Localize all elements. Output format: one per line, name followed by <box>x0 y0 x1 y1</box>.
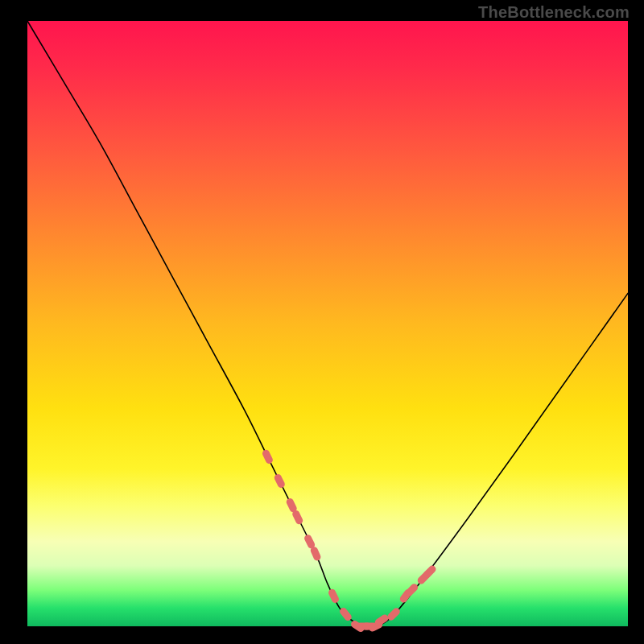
highlight-dots-group <box>261 448 437 633</box>
highlight-dot <box>273 473 286 489</box>
watermark-text: TheBottleneck.com <box>478 3 630 22</box>
highlight-dot <box>261 448 274 464</box>
chart-frame: TheBottleneck.com <box>0 0 644 644</box>
highlight-dot <box>327 588 340 604</box>
bottleneck-curve-svg <box>27 21 628 626</box>
plot-area <box>27 21 628 626</box>
bottleneck-curve-path <box>27 21 628 627</box>
